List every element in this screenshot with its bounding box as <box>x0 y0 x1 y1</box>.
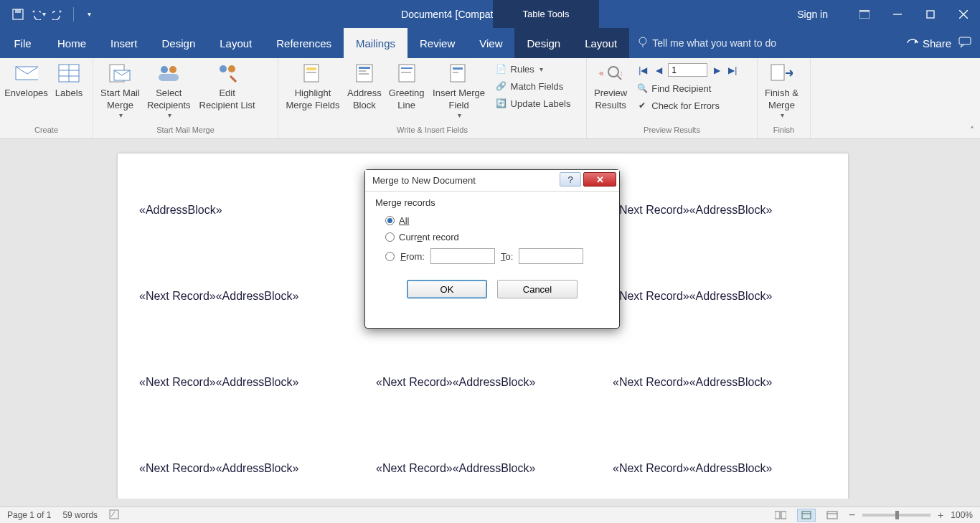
share-button[interactable]: Share <box>907 37 951 50</box>
group-write-insert-fields: Highlight Merge Fields Address Block Gre… <box>278 58 587 138</box>
tab-review[interactable]: Review <box>407 28 467 58</box>
redo-icon[interactable] <box>50 6 66 22</box>
tab-layout[interactable]: Layout <box>207 28 264 58</box>
label-cell[interactable]: «Next Record»«AddressBlock» <box>139 290 376 303</box>
dialog-help-icon[interactable]: ? <box>560 172 581 187</box>
tab-home[interactable]: Home <box>45 28 98 58</box>
insert-merge-field-button[interactable]: Insert Merge Field▾ <box>428 60 490 121</box>
maximize-icon[interactable] <box>914 0 947 28</box>
group-create-label: Create <box>4 126 89 138</box>
tab-insert[interactable]: Insert <box>98 28 150 58</box>
label-cell[interactable]: «Next Record»«AddressBlock» <box>613 462 849 475</box>
read-mode-icon[interactable] <box>771 509 790 522</box>
collapse-ribbon-icon[interactable]: ˄ <box>970 126 974 136</box>
match-fields-button[interactable]: 🔗Match Fields <box>493 79 574 93</box>
ribbon-display-options-icon[interactable] <box>848 0 881 28</box>
comments-icon[interactable] <box>958 37 971 50</box>
zoom-out-icon[interactable]: − <box>849 509 855 522</box>
label-cell[interactable]: «Next Record»«AddressBlock» <box>139 376 376 389</box>
address-block-button[interactable]: Address Block <box>344 60 385 113</box>
radio-from[interactable] <box>385 252 395 261</box>
svg-text:«: « <box>599 68 604 78</box>
zoom-level[interactable]: 100% <box>951 510 973 520</box>
highlight-merge-fields-button[interactable]: Highlight Merge Fields <box>282 60 344 113</box>
dialog-titlebar[interactable]: Merge to New Document ? ✕ <box>365 170 619 192</box>
tell-me-search[interactable]: Tell me what you want to do <box>629 28 776 58</box>
minimize-icon[interactable] <box>881 0 914 28</box>
update-labels-button[interactable]: 🔄Update Labels <box>493 96 574 110</box>
ok-button[interactable]: OK <box>407 280 487 298</box>
envelopes-button[interactable]: Envelopes <box>4 60 49 100</box>
label-cell[interactable]: «AddressBlock» <box>139 204 376 217</box>
svg-rect-41 <box>110 510 118 519</box>
prev-record-icon[interactable]: ◀ <box>652 64 665 77</box>
status-words[interactable]: 59 words <box>62 510 98 520</box>
print-layout-icon[interactable] <box>797 509 816 522</box>
to-input[interactable] <box>519 248 583 264</box>
option-from-label: From: <box>400 251 425 262</box>
save-icon[interactable] <box>10 6 26 22</box>
option-current[interactable]: Current record <box>375 229 609 245</box>
finish-merge-button[interactable]: Finish & Merge▾ <box>761 60 802 121</box>
svg-rect-25 <box>306 72 316 73</box>
tab-references[interactable]: References <box>264 28 344 58</box>
labels-icon <box>57 62 80 85</box>
status-page[interactable]: Page 1 of 1 <box>7 510 51 520</box>
cancel-button[interactable]: Cancel <box>497 280 578 298</box>
zoom-in-icon[interactable]: + <box>938 509 943 521</box>
edit-recipient-list-button[interactable]: Edit Recipient List <box>194 60 260 113</box>
undo-icon[interactable]: ▾ <box>30 6 46 22</box>
zoom-slider[interactable] <box>862 514 930 517</box>
close-icon[interactable] <box>947 0 980 28</box>
first-record-icon[interactable]: |◀ <box>636 64 649 77</box>
label-cell[interactable]: «Next Record»«AddressBlock» <box>376 376 613 389</box>
zoom-thumb[interactable] <box>895 511 899 519</box>
dialog-close-icon[interactable]: ✕ <box>583 172 616 187</box>
option-all[interactable]: All <box>375 212 609 229</box>
tab-mailings[interactable]: Mailings <box>344 28 407 58</box>
tab-design[interactable]: Design <box>150 28 208 58</box>
start-mail-merge-button[interactable]: Start Mail Merge▾ <box>97 60 143 121</box>
select-recipients-icon <box>157 62 180 85</box>
select-recipients-button[interactable]: Select Recipients▾ <box>143 60 194 121</box>
from-input[interactable] <box>430 248 495 264</box>
label-cell[interactable]: «Next Record»«AddressBlock» <box>613 290 849 303</box>
svg-rect-40 <box>771 65 784 80</box>
share-label: Share <box>923 37 951 50</box>
record-number-input[interactable] <box>668 63 707 77</box>
labels-button[interactable]: Labels <box>49 60 89 100</box>
radio-all[interactable] <box>385 216 395 225</box>
share-icon <box>907 37 918 50</box>
label-cell[interactable]: «Next Record»«AddressBlock» <box>139 462 376 475</box>
check-errors-button[interactable]: ✔Check for Errors <box>633 98 742 113</box>
greeting-line-icon <box>395 62 418 85</box>
tab-table-design[interactable]: Design <box>514 28 573 58</box>
svg-rect-42 <box>775 512 780 519</box>
rules-button[interactable]: 📄Rules▾ <box>493 62 574 76</box>
label-cell[interactable]: «Next Record»«AddressBlock» <box>613 204 849 217</box>
svg-point-8 <box>639 37 646 44</box>
svg-point-19 <box>169 66 176 73</box>
option-from-row[interactable]: From: To: <box>375 245 609 267</box>
tab-file[interactable]: File <box>0 28 45 58</box>
status-proofing-icon[interactable] <box>109 509 121 522</box>
merge-records-label: Merge records <box>375 197 609 208</box>
qat-customize-icon[interactable]: ▾ <box>81 6 97 22</box>
status-bar: Page 1 of 1 59 words − + 100% <box>0 506 980 523</box>
dialog-title: Merge to New Document <box>372 175 476 186</box>
start-mail-merge-icon <box>108 62 131 85</box>
web-layout-icon[interactable] <box>823 509 842 522</box>
last-record-icon[interactable]: ▶| <box>726 64 739 77</box>
preview-results-button[interactable]: «» Preview Results <box>590 60 631 113</box>
next-record-icon[interactable]: ▶ <box>710 64 723 77</box>
tab-view[interactable]: View <box>467 28 514 58</box>
svg-rect-35 <box>453 72 458 73</box>
greeting-line-button[interactable]: Greeting Line <box>385 60 428 113</box>
tab-table-layout[interactable]: Layout <box>573 28 629 58</box>
lightbulb-icon <box>638 37 648 50</box>
label-cell[interactable]: «Next Record»«AddressBlock» <box>376 462 613 475</box>
radio-current[interactable] <box>385 232 395 242</box>
signin-link[interactable]: Sign in <box>797 9 828 20</box>
find-recipient-button[interactable]: 🔍Find Recipient <box>633 81 742 95</box>
label-cell[interactable]: «Next Record»«AddressBlock» <box>613 376 849 389</box>
